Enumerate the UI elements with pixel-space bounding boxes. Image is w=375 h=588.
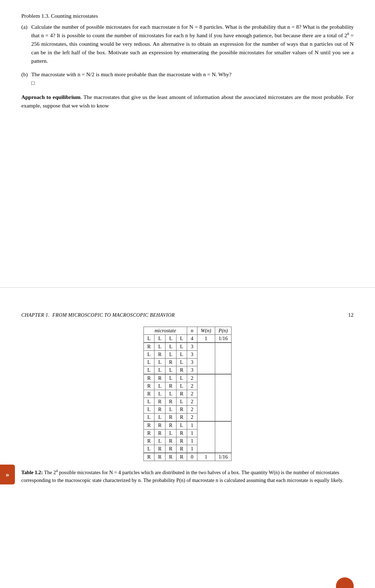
- caption-text: The 2: [43, 470, 56, 475]
- P-col: [215, 421, 232, 453]
- ms-col-2: R: [165, 437, 176, 445]
- n-col: 2: [187, 390, 197, 398]
- ms-col-2: R: [165, 382, 176, 390]
- ms-col-2: R: [165, 445, 176, 453]
- table-caption: Table 1.2: The 24 possible microstates f…: [0, 468, 375, 484]
- ms-col-0: L: [143, 335, 154, 343]
- ms-col-2: R: [165, 359, 176, 366]
- n-col: 3: [187, 351, 197, 359]
- caption-text2: possible microstates for N = 4 particles…: [21, 470, 343, 483]
- part-b-content: The macrostate with n = N/2 is much more…: [31, 70, 354, 87]
- table-row: RRRR011/16: [143, 453, 232, 461]
- ms-col-0: L: [143, 414, 154, 422]
- ms-col-3: L: [176, 351, 187, 359]
- bottom-half: CHAPTER 1. FROM MICROSCOPIC TO MACROSCOP…: [0, 312, 375, 484]
- ms-col-3: R: [176, 437, 187, 445]
- W-col: 1: [197, 335, 215, 343]
- problem-title-suffix: Counting microstates: [50, 13, 98, 19]
- ms-col-3: L: [176, 382, 187, 390]
- ms-col-0: R: [143, 382, 154, 390]
- problem-title: Problem 1.3. Counting microstates: [21, 13, 354, 19]
- ms-col-2: L: [165, 406, 176, 414]
- ms-col-0: L: [143, 445, 154, 453]
- n-col: 2: [187, 398, 197, 406]
- col-n-header: n: [187, 327, 197, 335]
- ms-col-0: R: [143, 453, 154, 461]
- n-col: 1: [187, 421, 197, 429]
- problem-body: (a) Calculate the number of possible mic…: [21, 23, 354, 87]
- ms-col-1: R: [154, 398, 165, 406]
- ms-col-0: R: [143, 429, 154, 437]
- ms-col-0: L: [143, 406, 154, 414]
- ms-col-2: L: [165, 343, 176, 351]
- page: Problem 1.3. Counting microstates (a) Ca…: [0, 0, 375, 588]
- ms-col-1: L: [154, 359, 165, 366]
- microstates-table: microstate n W(n) P(n) LLLL411/16RLLL3LR…: [143, 327, 232, 461]
- ms-col-3: L: [176, 335, 187, 343]
- n-col: 0: [187, 453, 197, 461]
- ms-col-0: R: [143, 390, 154, 398]
- ms-col-0: R: [143, 343, 154, 351]
- part-a-text: Calculate the number of possible microst…: [31, 23, 354, 65]
- table-row: RRRL1: [143, 421, 232, 429]
- bottom-circle-decoration: [336, 577, 354, 588]
- ms-col-1: R: [154, 421, 165, 429]
- W-col: [197, 343, 215, 374]
- n-col: 4: [187, 335, 197, 343]
- ms-col-1: L: [154, 390, 165, 398]
- ms-col-3: R: [176, 366, 187, 375]
- problem-title-bold: Problem 1.3.: [21, 13, 50, 19]
- P-col: 1/16: [215, 335, 232, 343]
- n-col: 1: [187, 437, 197, 445]
- n-col: 2: [187, 382, 197, 390]
- ms-col-2: L: [165, 374, 176, 382]
- table-container: microstate n W(n) P(n) LLLL411/16RLLL3LR…: [0, 327, 375, 461]
- ms-col-3: L: [176, 398, 187, 406]
- table-header-row: microstate n W(n) P(n): [143, 327, 232, 335]
- n-col: 3: [187, 366, 197, 375]
- ms-col-0: R: [143, 421, 154, 429]
- col-W-header: W(n): [197, 327, 215, 335]
- arrow-icon: »: [6, 471, 9, 479]
- n-col: 1: [187, 445, 197, 453]
- ms-col-0: L: [143, 359, 154, 366]
- ms-col-3: L: [176, 343, 187, 351]
- table-row: RLLL3: [143, 343, 232, 351]
- chapter-header: CHAPTER 1. FROM MICROSCOPIC TO MACROSCOP…: [0, 312, 375, 318]
- chapter-page-num: 12: [348, 312, 354, 318]
- W-col: 1: [197, 453, 215, 461]
- chapter-title: FROM MICROSCOPIC TO MACROSCOPIC BEHAVIOR: [53, 312, 175, 318]
- caption-bold: Table 1.2:: [21, 470, 43, 475]
- n-col: 2: [187, 374, 197, 382]
- part-a: (a) Calculate the number of possible mic…: [21, 23, 354, 65]
- part-a-label: (a): [21, 23, 31, 65]
- ms-col-0: R: [143, 374, 154, 382]
- ms-col-1: L: [154, 414, 165, 422]
- ms-col-3: L: [176, 374, 187, 382]
- ms-col-1: R: [154, 406, 165, 414]
- ms-col-1: L: [154, 366, 165, 375]
- approach-section: Approach to equilibrium. The macrostates…: [21, 93, 354, 110]
- n-col: 3: [187, 359, 197, 366]
- n-col: 2: [187, 414, 197, 422]
- ms-col-3: L: [176, 421, 187, 429]
- ms-col-1: L: [154, 437, 165, 445]
- ms-col-1: R: [154, 445, 165, 453]
- col-P-header: P(n): [215, 327, 232, 335]
- W-col: [197, 374, 215, 421]
- approach-text: Approach to equilibrium. The macrostates…: [21, 93, 354, 110]
- ms-col-3: R: [176, 429, 187, 437]
- P-col: 1/16: [215, 453, 232, 461]
- part-b-text: The macrostate with n = N/2 is much more…: [31, 70, 354, 79]
- approach-bold: Approach to equilibrium: [21, 94, 81, 100]
- ms-col-1: R: [154, 453, 165, 461]
- ms-col-1: L: [154, 335, 165, 343]
- n-col: 2: [187, 406, 197, 414]
- sidebar-arrow-button[interactable]: »: [0, 465, 15, 484]
- ms-col-3: R: [176, 445, 187, 453]
- ms-col-2: L: [165, 429, 176, 437]
- P-col: [215, 343, 232, 374]
- ms-col-1: R: [154, 374, 165, 382]
- ms-col-1: R: [154, 429, 165, 437]
- ms-col-3: R: [176, 390, 187, 398]
